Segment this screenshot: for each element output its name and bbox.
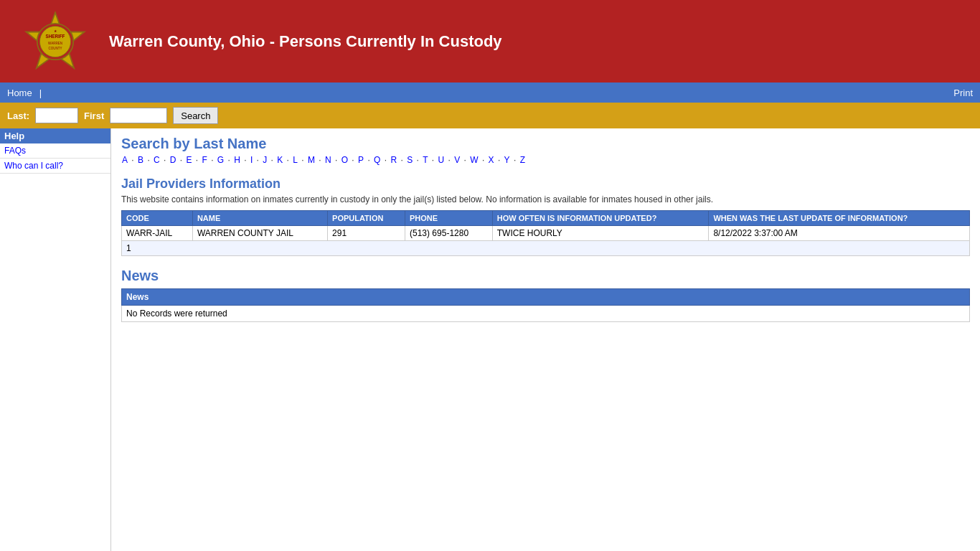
alpha-link-i[interactable]: I — [250, 155, 253, 165]
alpha-separator: · — [284, 155, 291, 165]
jail-table-cell: (513) 695-1280 — [405, 226, 493, 241]
home-link[interactable]: Home — [7, 88, 32, 98]
jail-table-cell: 291 — [328, 226, 405, 241]
alpha-link-t[interactable]: T — [423, 155, 428, 165]
svg-text:COUNTY: COUNTY — [49, 46, 62, 50]
jail-table-cell: WARR-JAIL — [122, 226, 193, 241]
sheriff-badge-icon: SHERIFF WARREN COUNTY ★ — [23, 9, 88, 74]
jail-table-cell: TWICE HOURLY — [492, 226, 709, 241]
sidebar: Help FAQs Who can I call? — [0, 128, 111, 551]
news-section-title: News — [121, 268, 970, 284]
alpha-separator: · — [177, 155, 184, 165]
jail-table-cell: WARREN COUNTY JAIL — [192, 226, 327, 241]
search-button[interactable]: Search — [173, 107, 218, 124]
jail-table-col-header: POPULATION — [328, 211, 405, 226]
alpha-separator: · — [225, 155, 232, 165]
alpha-link-j[interactable]: J — [263, 155, 267, 165]
jail-table-col-header: PHONE — [405, 211, 493, 226]
jail-providers-title: Jail Providers Information — [121, 176, 970, 192]
alpha-link-b[interactable]: B — [138, 155, 143, 165]
alpha-link-h[interactable]: H — [234, 155, 240, 165]
news-table: News No Records were returned — [121, 288, 970, 322]
alpha-separator: · — [414, 155, 421, 165]
alpha-separator: · — [461, 155, 468, 165]
alpha-link-g[interactable]: G — [217, 155, 224, 165]
alpha-separator: · — [299, 155, 306, 165]
last-name-label: Last: — [7, 110, 29, 121]
alpha-link-a[interactable]: A — [122, 155, 128, 165]
nav-bar: Home | Print — [0, 83, 980, 103]
alpha-link-q[interactable]: Q — [374, 155, 380, 165]
alpha-separator: · — [242, 155, 249, 165]
page-title: Warren County, Ohio - Persons Currently … — [102, 32, 502, 51]
news-no-records-cell: No Records were returned — [122, 306, 970, 322]
alpha-link-v[interactable]: V — [454, 155, 460, 165]
sidebar-item-faqs[interactable]: FAQs — [0, 143, 110, 159]
alpha-separator: · — [398, 155, 405, 165]
sidebar-item-who-can-i-call[interactable]: Who can I call? — [0, 159, 110, 174]
jail-table-col-header: NAME — [192, 211, 327, 226]
news-no-records-row: No Records were returned — [122, 306, 970, 322]
alpha-separator: · — [254, 155, 261, 165]
svg-text:WARREN: WARREN — [48, 41, 62, 44]
alpha-link-d[interactable]: D — [170, 155, 176, 165]
alpha-separator: · — [430, 155, 437, 165]
alpha-separator: · — [496, 155, 503, 165]
jail-table-cell: 8/12/2022 3:37:00 AM — [709, 226, 970, 241]
alpha-link-r[interactable]: R — [390, 155, 397, 165]
alpha-link-m[interactable]: M — [308, 155, 315, 165]
nav-left: Home | — [7, 88, 44, 98]
content-area: Search by Last Name A · B · C · D · E · … — [111, 128, 980, 329]
alpha-separator: · — [193, 155, 200, 165]
logo-area: SHERIFF WARREN COUNTY ★ — [9, 9, 102, 74]
jail-table-col-header: CODE — [122, 211, 193, 226]
search-section-title: Search by Last Name — [121, 136, 970, 152]
first-name-label: First — [84, 110, 104, 121]
alpha-separator: · — [349, 155, 357, 165]
alpha-separator: · — [209, 155, 216, 165]
svg-text:SHERIFF: SHERIFF — [46, 33, 65, 38]
jail-providers-desc: This website contains information on inm… — [121, 194, 970, 204]
news-table-header-row: News — [122, 289, 970, 306]
alpha-separator: · — [446, 155, 453, 165]
alpha-separator: · — [382, 155, 389, 165]
alpha-separator: · — [512, 155, 519, 165]
alpha-separator: · — [145, 155, 152, 165]
alpha-link-y[interactable]: Y — [504, 155, 510, 165]
jail-table-footer-count: 1 — [122, 241, 970, 256]
alpha-link-l[interactable]: L — [293, 155, 298, 165]
search-bar: Last: First Search — [0, 103, 980, 128]
alpha-link-o[interactable]: O — [341, 155, 348, 165]
alpha-link-f[interactable]: F — [202, 155, 207, 165]
alpha-separator: · — [161, 155, 169, 165]
alpha-link-x[interactable]: X — [489, 155, 494, 165]
alpha-link-k[interactable]: K — [277, 155, 283, 165]
alpha-separator: · — [316, 155, 324, 165]
alpha-link-n[interactable]: N — [325, 155, 331, 165]
news-col-header: News — [122, 289, 970, 306]
jail-table-col-header: WHEN WAS THE LAST UPDATE OF INFORMATION? — [709, 211, 970, 226]
jail-providers-table: CODENAMEPOPULATIONPHONEHOW OFTEN IS INFO… — [121, 210, 970, 256]
alpha-link-c[interactable]: C — [154, 155, 160, 165]
last-name-input[interactable] — [35, 108, 78, 123]
jail-table-col-header: HOW OFTEN IS INFORMATION UPDATED? — [492, 211, 709, 226]
alpha-separator: · — [480, 155, 487, 165]
alpha-separator: · — [365, 155, 372, 165]
main-layout: Help FAQs Who can I call? Search by Last… — [0, 128, 980, 551]
jail-table-row: WARR-JAILWARREN COUNTY JAIL291(513) 695-… — [122, 226, 970, 241]
alpha-link-z[interactable]: Z — [520, 155, 525, 165]
first-name-input[interactable] — [110, 108, 167, 123]
alpha-link-w[interactable]: W — [470, 155, 478, 165]
sidebar-help-header: Help — [0, 128, 110, 143]
alpha-separator: · — [129, 155, 136, 165]
alpha-link-e[interactable]: E — [186, 155, 192, 165]
page-header: SHERIFF WARREN COUNTY ★ Warren County, O… — [0, 0, 980, 83]
print-link[interactable]: Print — [953, 88, 973, 98]
nav-divider: | — [39, 88, 42, 98]
alpha-link-u[interactable]: U — [438, 155, 445, 165]
alpha-separator: · — [268, 155, 275, 165]
alphabet-row: A · B · C · D · E · F · G · H · I · J · … — [121, 155, 970, 165]
alpha-link-s[interactable]: S — [407, 155, 413, 165]
alpha-link-p[interactable]: P — [358, 155, 364, 165]
jail-table-footer-row: 1 — [122, 241, 970, 256]
